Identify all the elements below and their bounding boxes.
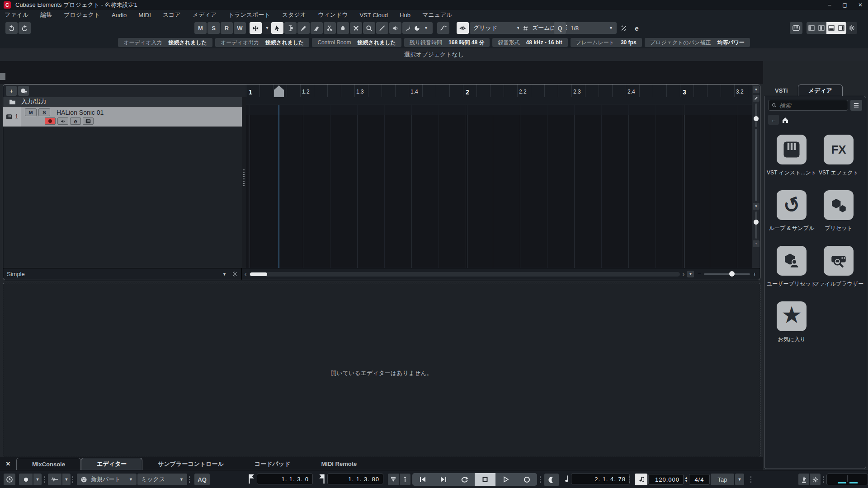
quantize-q-button[interactable]: Q xyxy=(554,22,566,34)
media-search-field[interactable] xyxy=(768,100,848,111)
setup-toolbar-button[interactable] xyxy=(846,22,857,34)
search-input[interactable] xyxy=(779,102,844,109)
inspector-toggle[interactable] xyxy=(816,22,826,34)
minimize-button[interactable]: – xyxy=(822,0,837,10)
audio-input-chip[interactable]: オーディオ入力接続されました xyxy=(118,38,212,47)
audio-record-mode-dropdown[interactable]: ▼ xyxy=(62,474,71,485)
tab-mixconsole[interactable]: MixConsole xyxy=(16,458,81,470)
tab-editor[interactable]: エディター xyxy=(81,458,142,470)
menu-file[interactable]: ファイル xyxy=(5,11,28,19)
audio-output-chip[interactable]: オーディオ出力接続されました xyxy=(215,38,310,47)
record-mode-dropdown[interactable]: ▼ xyxy=(33,474,42,485)
ruler-options-button[interactable]: ▼ xyxy=(753,86,760,93)
right-locator-flag-icon[interactable] xyxy=(318,474,326,484)
record-format-chip[interactable]: 録音形式48 kHz - 16 bit xyxy=(492,38,567,47)
tempo-dropdown[interactable]: ▼ xyxy=(735,474,744,485)
close-button[interactable]: ✕ xyxy=(853,0,868,10)
track-solo-button[interactable]: S xyxy=(38,108,50,116)
quantize-panel-button[interactable]: e xyxy=(631,22,643,34)
home-icon[interactable] xyxy=(782,117,789,123)
quantize-dropdown[interactable]: 1/8▼ xyxy=(567,22,617,34)
track-preset-name[interactable]: Simple xyxy=(7,271,25,277)
constrain-delay-button[interactable] xyxy=(4,474,15,485)
right-locator-field[interactable]: 1. 1. 3. 80 xyxy=(327,474,383,484)
line-tool[interactable] xyxy=(376,22,388,34)
auto-scroll-dropdown[interactable]: ▼ xyxy=(263,22,272,34)
redo-button[interactable] xyxy=(19,22,31,34)
scroll-right-arrow[interactable]: › xyxy=(683,271,684,277)
maximize-button[interactable]: ▢ xyxy=(837,0,853,10)
overview-range-handle[interactable] xyxy=(0,73,5,80)
event-display[interactable] xyxy=(246,105,753,268)
record-mode-button[interactable] xyxy=(19,474,33,485)
media-tile-vst-instruments[interactable]: VST インスト...ント xyxy=(768,135,815,177)
auto-scroll-button[interactable] xyxy=(250,22,262,34)
tempo-track-button[interactable] xyxy=(635,474,647,485)
zoom-tool[interactable] xyxy=(363,22,375,34)
zoom-slider-knob[interactable] xyxy=(729,271,735,277)
menu-midi[interactable]: MIDI xyxy=(138,12,151,19)
tempo-spinner[interactable]: ▲▼ xyxy=(684,476,688,483)
use-track-preset-button[interactable] xyxy=(18,86,29,96)
go-to-end-button[interactable] xyxy=(433,473,454,486)
metronome-setup-button[interactable] xyxy=(810,474,821,485)
media-tile-vst-effects[interactable]: FX VST エフェクト xyxy=(815,135,862,177)
left-locator-field[interactable]: 1. 1. 3. 0 xyxy=(257,474,313,484)
audio-record-mode-button[interactable] xyxy=(48,474,61,485)
timeline-ruler[interactable]: 1 1.2 1.3 1.4 2 2.2 2.3 2.4 3 3.2 xyxy=(246,84,753,105)
time-signature-field[interactable]: 4/4 xyxy=(689,474,710,485)
midi-record-mode-dropdown[interactable]: 新規パート▼ xyxy=(77,474,137,485)
menu-studio[interactable]: スタジオ xyxy=(282,11,306,19)
go-to-start-button[interactable] xyxy=(412,473,433,486)
stop-button[interactable] xyxy=(475,473,495,486)
lower-zone-close-button[interactable]: ✕ xyxy=(0,458,16,470)
glue-tool[interactable] xyxy=(337,22,349,34)
zoom-in-icon[interactable]: + xyxy=(753,271,756,277)
waveform-zoom-slider[interactable] xyxy=(755,103,757,127)
tab-media[interactable]: メディア xyxy=(798,84,843,96)
vertical-scrollbar[interactable] xyxy=(755,129,757,201)
play-tool[interactable] xyxy=(389,22,401,34)
media-tile-file-browser[interactable]: ファイルブラウザー xyxy=(815,246,862,288)
range-select-tool[interactable] xyxy=(284,22,297,34)
tap-tempo-button[interactable]: Tap xyxy=(711,474,734,485)
auto-quantize-button[interactable]: AQ xyxy=(194,474,210,485)
automation-read-button[interactable]: R xyxy=(221,22,233,34)
lower-zone-toggle[interactable] xyxy=(826,22,836,34)
menu-audio[interactable]: Audio xyxy=(112,12,127,19)
tab-midi-remote[interactable]: MIDI Remote xyxy=(306,458,372,470)
scroll-left-arrow[interactable]: ‹ xyxy=(245,271,246,277)
menu-transport[interactable]: トランスポート xyxy=(228,11,270,19)
track-height-slider[interactable] xyxy=(755,211,757,239)
monitor-button[interactable] xyxy=(57,117,68,125)
edit-instrument-button[interactable] xyxy=(83,117,94,125)
pan-law-chip[interactable]: プロジェクトのパン補正均等パワー xyxy=(645,38,750,47)
menu-edit[interactable]: 編集 xyxy=(40,11,52,19)
tab-vsti[interactable]: VSTi xyxy=(765,84,798,96)
menu-manual[interactable]: マニュアル xyxy=(422,11,453,19)
cycle-button[interactable] xyxy=(454,473,475,486)
media-tile-loops-samples[interactable]: ↺ ループ & サンプル xyxy=(768,190,815,232)
menu-score[interactable]: スコア xyxy=(163,11,181,19)
instrument-track-row[interactable]: 1 M S HALion Sonic 01 e xyxy=(3,107,242,127)
zoom-preset-button[interactable]: ▼ xyxy=(753,203,760,210)
framerate-chip[interactable]: フレームレート30 fps xyxy=(571,38,642,47)
mute-tool[interactable] xyxy=(350,22,362,34)
add-track-button[interactable]: + xyxy=(6,86,17,96)
media-back-button[interactable]: ← xyxy=(768,115,779,125)
control-room-chip[interactable]: Control Room接続されました xyxy=(312,38,401,47)
left-zone-toggle[interactable] xyxy=(807,22,816,34)
split-tool[interactable] xyxy=(324,22,336,34)
play-button[interactable] xyxy=(495,473,516,486)
zoom-preset-dropdown[interactable]: ▼ xyxy=(687,271,694,277)
snap-button[interactable] xyxy=(457,22,469,34)
preset-dropdown-arrow[interactable]: ▼ xyxy=(222,272,226,277)
metronome-button[interactable] xyxy=(798,474,809,485)
left-locator-flag-icon[interactable] xyxy=(248,474,255,484)
color-menu[interactable]: ▼ xyxy=(410,22,433,34)
vertical-zoom-in-button[interactable]: + xyxy=(753,240,760,247)
draw-tool[interactable] xyxy=(297,22,310,34)
view-options-button[interactable] xyxy=(850,100,862,111)
edit-channel-button[interactable]: e xyxy=(70,117,81,125)
horizontal-zoom-slider[interactable]: − + xyxy=(698,271,756,277)
